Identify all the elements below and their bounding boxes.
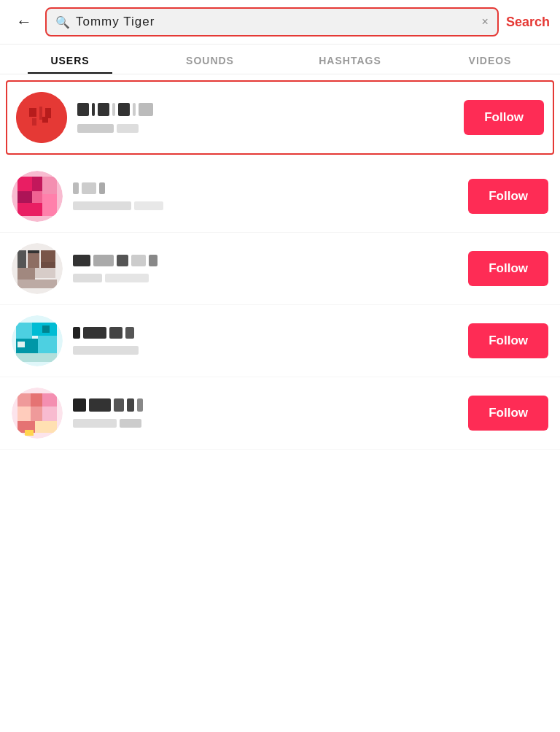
follow-button-4[interactable]: Follow xyxy=(468,323,548,358)
svg-rect-33 xyxy=(31,393,42,407)
avatar xyxy=(12,388,63,439)
list-item: Follow xyxy=(0,305,560,377)
svg-rect-16 xyxy=(28,253,39,268)
search-box: 🔍 × xyxy=(45,7,499,36)
svg-rect-32 xyxy=(18,393,31,407)
tab-hashtags[interactable]: HASHTAGS xyxy=(280,45,420,74)
svg-rect-30 xyxy=(42,325,50,333)
back-button[interactable]: ← xyxy=(10,9,38,34)
svg-rect-4 xyxy=(32,118,36,126)
follow-button-5[interactable]: Follow xyxy=(468,396,548,431)
user-info xyxy=(77,103,454,133)
svg-rect-3 xyxy=(45,108,51,118)
svg-rect-28 xyxy=(16,353,57,362)
list-item: Follow xyxy=(6,80,554,155)
svg-rect-34 xyxy=(42,393,57,407)
search-button[interactable]: Search xyxy=(506,15,550,30)
clear-button[interactable]: × xyxy=(482,15,489,28)
follow-button-3[interactable]: Follow xyxy=(468,251,548,286)
tabs-bar: USERS SOUNDS HASHTAGS VIDEOS xyxy=(0,45,560,74)
list-item: Follow xyxy=(0,377,560,450)
svg-rect-36 xyxy=(31,407,42,421)
svg-rect-22 xyxy=(41,262,55,268)
svg-rect-18 xyxy=(18,268,35,280)
user-info xyxy=(73,255,458,282)
avatar xyxy=(16,92,67,143)
tab-users[interactable]: USERS xyxy=(0,45,140,74)
svg-rect-37 xyxy=(42,407,57,421)
user-info xyxy=(73,327,458,355)
svg-rect-40 xyxy=(25,430,34,436)
tab-videos[interactable]: VIDEOS xyxy=(420,45,560,74)
svg-rect-12 xyxy=(18,203,42,216)
svg-rect-5 xyxy=(42,117,48,123)
svg-rect-10 xyxy=(32,191,42,203)
user-list: Follow xyxy=(0,80,560,450)
svg-rect-13 xyxy=(42,194,57,216)
follow-button-2[interactable]: Follow xyxy=(468,179,548,214)
svg-rect-27 xyxy=(38,336,57,353)
search-input[interactable] xyxy=(76,15,476,29)
svg-rect-39 xyxy=(35,421,57,433)
list-item: Follow xyxy=(0,161,560,233)
svg-rect-1 xyxy=(29,108,36,117)
tab-sounds[interactable]: SOUNDS xyxy=(140,45,280,74)
svg-rect-17 xyxy=(41,250,55,262)
svg-rect-11 xyxy=(42,177,57,194)
avatar xyxy=(12,171,63,222)
svg-rect-20 xyxy=(18,280,57,288)
svg-rect-15 xyxy=(18,250,26,268)
svg-rect-29 xyxy=(18,342,25,347)
svg-rect-24 xyxy=(16,323,32,339)
svg-rect-35 xyxy=(18,407,31,421)
avatar xyxy=(12,243,63,294)
follow-button-1[interactable]: Follow xyxy=(464,100,544,135)
search-icon: 🔍 xyxy=(55,15,70,29)
svg-rect-21 xyxy=(28,250,39,253)
user-info xyxy=(73,398,458,428)
list-item: Follow xyxy=(0,233,560,305)
user-info xyxy=(73,182,458,210)
svg-rect-7 xyxy=(18,177,32,191)
svg-rect-19 xyxy=(35,268,55,278)
svg-rect-2 xyxy=(39,107,42,120)
svg-rect-9 xyxy=(18,191,32,203)
svg-rect-8 xyxy=(32,177,42,191)
avatar xyxy=(12,315,63,366)
header: ← 🔍 × Search xyxy=(0,0,560,45)
